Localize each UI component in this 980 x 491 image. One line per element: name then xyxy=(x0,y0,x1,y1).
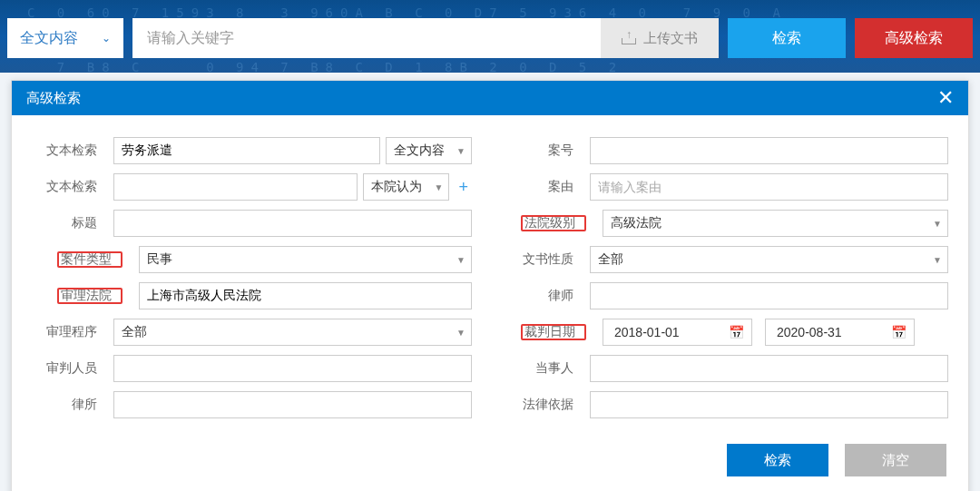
caret-down-icon: ▼ xyxy=(933,219,942,229)
label-cause: 案由 xyxy=(508,179,590,195)
law-firm-input[interactable] xyxy=(113,391,472,418)
caret-down-icon: ▼ xyxy=(435,182,444,192)
court-input[interactable] xyxy=(139,282,472,309)
modal-title: 高级检索 xyxy=(26,90,81,107)
label-judge: 审判人员 xyxy=(32,360,113,377)
label-case-no: 案号 xyxy=(508,142,590,159)
label-legal-basis: 法律依据 xyxy=(508,397,590,413)
date-from-input[interactable]: 2018-01-01 📅 xyxy=(603,319,752,346)
label-judgment-date: 裁判日期 xyxy=(521,324,586,340)
search-button[interactable]: 检索 xyxy=(728,18,846,58)
court-level-select[interactable]: 高级法院 ▼ xyxy=(603,210,948,237)
add-condition-icon[interactable]: + xyxy=(455,178,472,197)
upload-icon xyxy=(622,32,636,44)
case-no-input[interactable] xyxy=(590,137,948,164)
upload-label: 上传文书 xyxy=(643,30,698,47)
lawyer-input[interactable] xyxy=(590,282,948,309)
title-input[interactable] xyxy=(113,210,472,237)
label-text-search-2: 文本检索 xyxy=(32,179,113,195)
label-party: 当事人 xyxy=(508,360,590,377)
text-search-2-input[interactable] xyxy=(113,173,358,201)
party-input[interactable] xyxy=(590,355,948,382)
close-icon[interactable]: ✕ xyxy=(937,88,954,108)
label-law-firm: 律所 xyxy=(32,397,113,413)
judge-input[interactable] xyxy=(113,355,472,382)
advanced-search-modal: 高级检索 ✕ 文本检索 全文内容 ▼ xyxy=(11,80,969,491)
label-court: 审理法院 xyxy=(57,288,122,304)
text-search-2-scope-select[interactable]: 本院认为 ▼ xyxy=(363,173,449,201)
cause-input[interactable] xyxy=(590,173,948,201)
label-title: 标题 xyxy=(32,215,113,231)
caret-down-icon: ▼ xyxy=(456,328,466,338)
calendar-icon: 📅 xyxy=(891,325,906,339)
date-to-input[interactable]: 2020-08-31 📅 xyxy=(765,319,915,346)
case-type-select[interactable]: 民事 ▼ xyxy=(139,246,472,273)
search-type-label: 全文内容 xyxy=(20,29,78,48)
main-search-input[interactable] xyxy=(132,18,601,58)
caret-down-icon: ▼ xyxy=(456,146,466,156)
legal-basis-input[interactable] xyxy=(590,391,948,418)
label-case-type: 案件类型 xyxy=(57,251,122,268)
label-lawyer: 律师 xyxy=(508,288,590,304)
modal-search-button[interactable]: 检索 xyxy=(727,444,828,476)
caret-down-icon: ▼ xyxy=(933,255,942,265)
upload-doc-button[interactable]: 上传文书 xyxy=(601,18,719,58)
caret-down-icon: ▼ xyxy=(456,255,466,265)
text-search-1-input[interactable] xyxy=(113,137,380,164)
label-doc-nature: 文书性质 xyxy=(508,251,590,268)
advanced-search-button[interactable]: 高级检索 xyxy=(855,18,973,58)
calendar-icon: 📅 xyxy=(729,325,744,339)
chevron-down-icon: ⌄ xyxy=(102,32,111,44)
modal-clear-button[interactable]: 清空 xyxy=(845,444,946,476)
procedure-select[interactable]: 全部 ▼ xyxy=(113,319,472,346)
doc-nature-select[interactable]: 全部 ▼ xyxy=(590,246,948,273)
text-search-1-scope-select[interactable]: 全文内容 ▼ xyxy=(386,137,472,164)
label-text-search-1: 文本检索 xyxy=(32,142,113,159)
label-court-level: 法院级别 xyxy=(521,215,586,231)
search-type-select[interactable]: 全文内容 ⌄ xyxy=(7,18,123,58)
label-procedure: 审理程序 xyxy=(32,324,113,340)
